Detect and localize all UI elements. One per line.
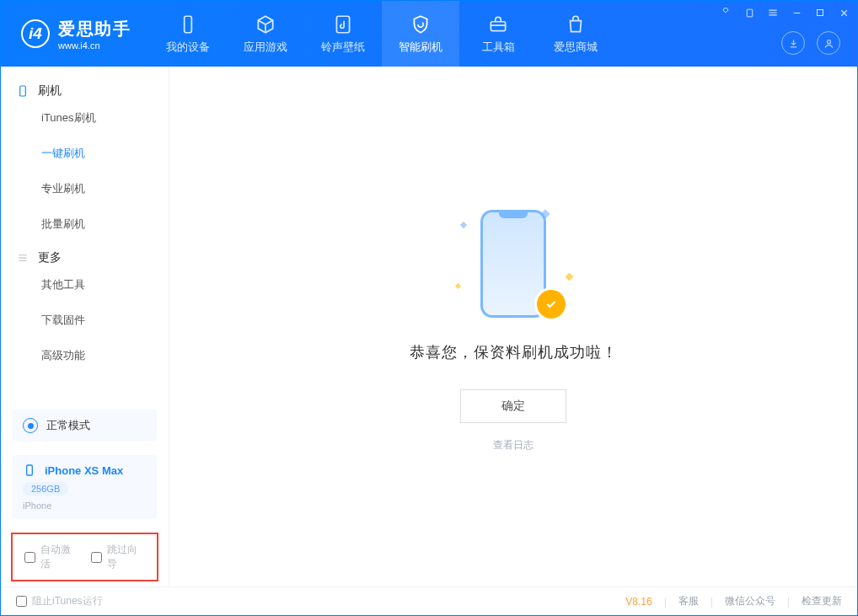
svg-rect-4	[747, 9, 753, 17]
sidebar-item-other-tools[interactable]: 其他工具	[1, 267, 169, 303]
tab-label: 应用游戏	[244, 40, 287, 55]
bag-icon	[565, 13, 587, 35]
app-title: 爱思助手	[58, 18, 131, 40]
cube-icon	[255, 13, 276, 35]
group-title: 刷机	[38, 83, 62, 99]
flash-options: 自动激活 跳过向导	[11, 533, 158, 581]
tab-apps[interactable]: 应用游戏	[227, 1, 304, 67]
device-name: iPhone XS Max	[45, 464, 123, 477]
footer: 阻止iTunes运行 V8.16 | 客服 | 微信公众号 | 检查更新	[1, 587, 857, 615]
sidebar-item-pro-flash[interactable]: 专业刷机	[1, 171, 169, 206]
nav-tabs: 我的设备 应用游戏 铃声壁纸 智能刷机 工具箱 爱思商城	[149, 1, 614, 67]
header-actions	[781, 31, 840, 55]
tab-store[interactable]: 爱思商城	[537, 1, 614, 67]
device-icon	[177, 13, 199, 35]
body: 刷机 iTunes刷机 一键刷机 专业刷机 批量刷机 更多 其他工具 下载固件 …	[1, 67, 857, 587]
tab-ringtones[interactable]: 铃声壁纸	[304, 1, 382, 67]
sidebar-item-download-fw[interactable]: 下载固件	[1, 303, 169, 338]
mode-indicator-icon	[23, 418, 38, 433]
tab-label: 铃声壁纸	[321, 40, 365, 55]
app-window: i4 爱思助手 www.i4.cn 我的设备 应用游戏 铃声壁纸 智能刷机	[0, 0, 858, 616]
sidebar-item-batch-flash[interactable]: 批量刷机	[1, 206, 169, 242]
music-file-icon	[332, 13, 354, 35]
svg-rect-0	[185, 16, 192, 33]
svg-rect-2	[491, 21, 505, 30]
sidebar-item-advanced[interactable]: 高级功能	[1, 338, 169, 373]
minimize-icon[interactable]	[790, 6, 803, 19]
sidebar-item-itunes-flash[interactable]: iTunes刷机	[1, 100, 169, 136]
tab-toolbox[interactable]: 工具箱	[459, 1, 537, 67]
pin-icon[interactable]	[743, 6, 756, 19]
sparkle-icon	[460, 222, 467, 228]
download-icon[interactable]	[781, 31, 805, 55]
device-storage: 256GB	[23, 482, 68, 495]
toolbox-icon	[487, 13, 509, 35]
shield-refresh-icon	[410, 13, 432, 35]
tab-label: 我的设备	[166, 40, 210, 55]
sidebar: 刷机 iTunes刷机 一键刷机 专业刷机 批量刷机 更多 其他工具 下载固件 …	[1, 67, 169, 587]
link-update[interactable]: 检查更新	[802, 594, 842, 608]
link-wechat[interactable]: 微信公众号	[725, 594, 775, 608]
tab-flash[interactable]: 智能刷机	[382, 1, 459, 67]
app-url: www.i4.cn	[58, 40, 131, 51]
tab-label: 爱思商城	[554, 40, 598, 55]
window-controls	[719, 6, 850, 19]
logo: i4 爱思助手 www.i4.cn	[1, 18, 149, 51]
tab-my-device[interactable]: 我的设备	[149, 1, 227, 67]
main-panel: 恭喜您，保资料刷机成功啦！ 确定 查看日志	[169, 67, 857, 587]
tab-label: 工具箱	[482, 40, 515, 55]
svg-rect-1	[336, 16, 349, 33]
close-icon[interactable]	[837, 6, 850, 19]
header: i4 爱思助手 www.i4.cn 我的设备 应用游戏 铃声壁纸 智能刷机	[1, 1, 857, 67]
svg-rect-5	[818, 10, 823, 16]
device-icon	[23, 463, 36, 477]
success-text: 恭喜您，保资料刷机成功啦！	[410, 342, 618, 362]
menu-icon[interactable]	[766, 6, 780, 19]
success-illustration	[446, 201, 581, 327]
sidebar-group-more: 更多	[1, 242, 169, 267]
logo-icon: i4	[21, 19, 50, 48]
device-card[interactable]: iPhone XS Max 256GB iPhone	[13, 455, 157, 519]
sparkle-icon	[566, 273, 574, 281]
device-type: iPhone	[23, 501, 51, 511]
sidebar-group-flash: 刷机	[1, 75, 169, 100]
maximize-icon[interactable]	[813, 6, 827, 19]
svg-point-3	[827, 40, 830, 43]
mode-label: 正常模式	[46, 418, 90, 433]
group-title: 更多	[38, 250, 62, 265]
checkbox-skip-guide[interactable]: 跳过向导	[91, 543, 146, 571]
checkbox-block-itunes[interactable]: 阻止iTunes运行	[16, 594, 103, 608]
link-support[interactable]: 客服	[678, 594, 699, 608]
svg-rect-7	[27, 465, 33, 475]
tab-label: 智能刷机	[399, 40, 442, 55]
phone-icon	[16, 84, 29, 98]
svg-rect-6	[20, 86, 26, 96]
user-icon[interactable]	[817, 31, 840, 55]
theme-icon[interactable]	[719, 6, 732, 19]
checkbox-auto-activate[interactable]: 自动激活	[24, 543, 79, 571]
check-badge-icon	[537, 290, 566, 319]
ok-button[interactable]: 确定	[460, 389, 566, 423]
view-log-link[interactable]: 查看日志	[493, 438, 534, 453]
sidebar-item-oneclick-flash[interactable]: 一键刷机	[1, 136, 169, 171]
version-label: V8.16	[625, 596, 652, 608]
mode-card[interactable]: 正常模式	[13, 410, 157, 442]
list-icon	[16, 251, 29, 265]
sparkle-icon	[455, 283, 461, 289]
